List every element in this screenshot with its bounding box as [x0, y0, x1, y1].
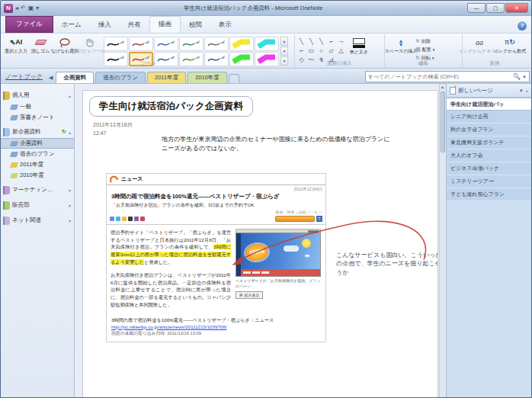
- social-icon[interactable]: [110, 217, 114, 221]
- search-input[interactable]: [368, 74, 513, 79]
- tab-home[interactable]: ホーム: [53, 18, 90, 33]
- search-icon: 🔍: [513, 73, 521, 80]
- sidebar-section-2010[interactable]: 2010年度: [1, 170, 74, 181]
- help-icon[interactable]: ?: [518, 21, 527, 30]
- eraser-button[interactable]: 消しゴム: [28, 35, 53, 54]
- page-tab-kodomo[interactable]: 子ども連れ安心プラン: [447, 188, 531, 201]
- shape-ellipse-icon[interactable]: ○: [316, 47, 326, 56]
- pen-swatch[interactable]: [154, 37, 178, 51]
- vscroll-thumb[interactable]: [441, 91, 445, 152]
- social-icon[interactable]: [128, 217, 133, 221]
- shape-connector-icon[interactable]: ⌐: [296, 47, 306, 56]
- sidebar-section-scribble[interactable]: 落書きノート: [1, 112, 74, 123]
- expand-icon[interactable]: ▾: [69, 188, 72, 193]
- collapse-icon[interactable]: ▴: [69, 130, 72, 135]
- pen-swatch[interactable]: [129, 37, 153, 51]
- ink-to-math-button[interactable]: π↻ インクから数式: [495, 35, 525, 54]
- source-url-link[interactable]: http://pc.nikkeibp.co.jp/article/news/20…: [111, 324, 321, 329]
- search-dropdown-icon[interactable]: ▼: [521, 75, 527, 79]
- section-tab-kikaku[interactable]: 企画資料: [56, 72, 94, 83]
- pen-swatch[interactable]: [204, 37, 229, 51]
- minimize-button[interactable]: —: [467, 3, 486, 13]
- orange-action-button[interactable]: [275, 216, 315, 222]
- pen-swatch[interactable]: [179, 37, 204, 51]
- annotation-note[interactable]: こんなサービスも面白い。こういった独自の企画で、学生のニーズを掘り起こせばどうか: [336, 251, 438, 277]
- shape-line-icon[interactable]: ╲: [306, 37, 316, 47]
- tab-review[interactable]: 校閲: [181, 18, 210, 33]
- vertical-scrollbar[interactable]: ▲ ▼: [439, 84, 446, 398]
- page-tab-business[interactable]: ビジネス出張パック: [447, 162, 531, 175]
- sidebar-section-2011[interactable]: 2011年度: [1, 159, 74, 170]
- color-thickness-button[interactable]: 色と太さ: [346, 36, 372, 55]
- collapse-panel-icon[interactable]: »: [526, 88, 528, 93]
- notebooks-header[interactable]: ノートブック: [1, 72, 47, 83]
- social-icon[interactable]: [140, 217, 145, 221]
- clipped-article[interactable]: ニュース 2011年12月8日 3時間の雨で宿泊料金を100%還元――ベストリザ…: [106, 173, 326, 342]
- dock-icon[interactable]: ▣: [28, 4, 34, 13]
- sidebar-section-kako[interactable]: 過去のプラン: [1, 149, 74, 159]
- sidebar-section-general[interactable]: 一般: [1, 101, 74, 112]
- highlighter-swatch[interactable]: [229, 37, 254, 51]
- highlighter-swatch[interactable]: [255, 37, 279, 51]
- social-icon[interactable]: [122, 217, 127, 221]
- section-tab-2011[interactable]: 2011年度: [147, 72, 186, 83]
- notebook-new-plan[interactable]: 新企画資料 ↻ ▴: [1, 126, 74, 138]
- shape-arrow-icon[interactable]: ╲: [316, 37, 326, 47]
- gallery-up-icon[interactable]: ▲: [280, 37, 288, 46]
- collapse-navbar-icon[interactable]: ◀: [47, 75, 56, 83]
- page-tab-otona[interactable]: 大人のオフ会: [447, 149, 531, 162]
- arrange-button[interactable]: ▤ 配置 ▾: [415, 46, 434, 53]
- page-title[interactable]: 学生向け就活宿泊パック企画資料: [89, 96, 253, 117]
- new-page-button[interactable]: 新しいページ ▼ »: [447, 84, 531, 98]
- panning-hand-button[interactable]: 手のひらツール: [77, 35, 101, 54]
- page-tab-joshikai[interactable]: 秋の女子会プラン: [447, 124, 531, 136]
- insert-space-button[interactable]: ▲▼ スペースの挿入: [386, 35, 415, 54]
- page-tab-senior[interactable]: シニア向け企画: [447, 111, 531, 124]
- collapse-icon[interactable]: ▴: [69, 93, 72, 98]
- shape-parallelogram-icon[interactable]: ▱: [326, 47, 336, 56]
- close-button[interactable]: ✕: [505, 3, 528, 13]
- shape-connector-icon[interactable]: ⌐: [326, 37, 336, 47]
- pen-swatch[interactable]: [104, 37, 128, 51]
- sidebar-section-kikaku[interactable]: 企画資料: [1, 138, 74, 149]
- scroll-up-icon[interactable]: ▲: [439, 84, 446, 91]
- social-icon[interactable]: [134, 217, 139, 221]
- section-tab-2010[interactable]: 2010年度: [187, 72, 227, 83]
- back-icon[interactable]: ◂: [15, 4, 18, 13]
- clip-source: 3時間の雨で宿泊料金を100%還元――ベストリザーブ・宿ぷらざ：ニュース htt…: [107, 316, 325, 342]
- file-tab[interactable]: ファイル: [5, 16, 53, 33]
- gallery-down-icon[interactable]: ▼: [280, 47, 288, 56]
- select-and-type-button[interactable]: ⇖AI 選択と入力: [4, 35, 28, 54]
- tab-draw[interactable]: 描画: [149, 16, 181, 33]
- page-tab-student-pack[interactable]: 学生向け就活宿泊パッ: [447, 98, 531, 111]
- search-box[interactable]: 🔍 ▼: [365, 71, 530, 82]
- shape-connector-icon[interactable]: ¬: [336, 37, 346, 47]
- help-badge-icon[interactable]: ?: [316, 216, 322, 222]
- maximize-button[interactable]: ▢: [486, 3, 505, 13]
- notebook-sales[interactable]: 販売部 ▾: [1, 199, 74, 211]
- new-page-dropdown-icon[interactable]: ▼: [519, 88, 524, 93]
- page-tab-tohoku[interactable]: 東北復興支援ボランテ: [447, 136, 531, 149]
- social-icon[interactable]: [116, 217, 120, 221]
- page-tab-mystery[interactable]: ミステリーツアー: [447, 175, 531, 188]
- notebook-marketing[interactable]: マーケティン… ▾: [1, 184, 74, 196]
- tab-insert[interactable]: 挿入: [90, 18, 120, 33]
- expand-icon[interactable]: ▾: [69, 203, 72, 208]
- zoom-image-link[interactable]: ⊞拡大表示: [236, 291, 263, 299]
- notebook-net[interactable]: ネット関連 ▾: [1, 214, 74, 226]
- shape-line-icon[interactable]: ╲: [296, 37, 306, 47]
- umbrella-icon: ☂: [304, 253, 310, 261]
- ink-to-text-button[interactable]: aa インクからテキスト: [464, 35, 495, 54]
- delete-button[interactable]: ✕ 削除: [415, 37, 434, 45]
- expand-icon[interactable]: ▾: [69, 218, 72, 223]
- notebook-personal[interactable]: 個人用 ▴: [1, 89, 74, 101]
- note-page[interactable]: 学生向け就活宿泊パック企画資料 2011年12月16日 12:47 地方の学生が…: [82, 90, 438, 398]
- shape-rect-icon[interactable]: ▭: [306, 47, 316, 56]
- section-tab-kako[interactable]: 過去のプラン: [95, 72, 146, 83]
- create-section-tab[interactable]: [229, 74, 239, 83]
- tab-share[interactable]: 共有: [120, 18, 149, 33]
- shape-triangle-icon[interactable]: △: [336, 47, 346, 56]
- tab-view[interactable]: 表示: [210, 18, 240, 33]
- undo-icon[interactable]: ↶: [21, 4, 26, 13]
- intro-note[interactable]: 地方の学生が東京周辺の企業のセミナーや面接に来るための低価格な宿泊プランにニーズ…: [162, 135, 390, 153]
